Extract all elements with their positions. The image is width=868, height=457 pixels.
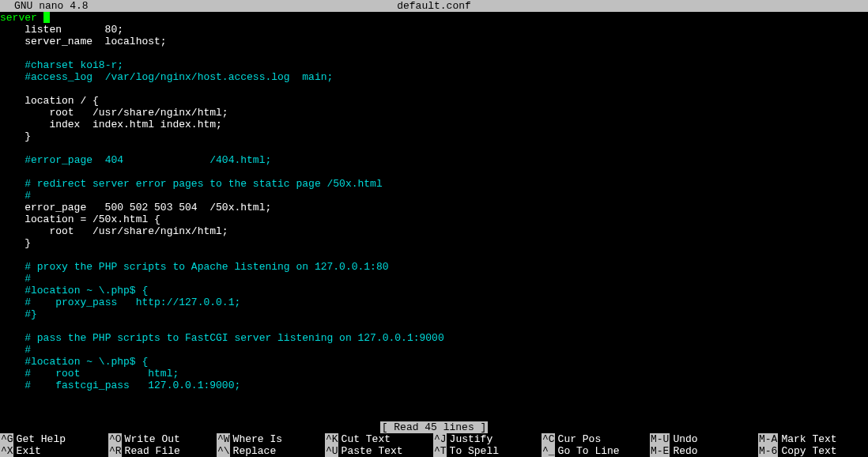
editor-line: location = /50x.html {: [0, 213, 868, 225]
editor-line: server: [0, 12, 868, 24]
cursor: [43, 12, 50, 23]
shortcut-item[interactable]: ^_Go To Line: [542, 445, 650, 457]
shortcut-label: Read File: [125, 445, 180, 457]
editor-line: # proxy_pass http://127.0.0.1;: [0, 296, 868, 308]
file-name: default.conf: [397, 0, 471, 12]
shortcut-key: ^X: [0, 445, 13, 457]
shortcut-key: ^O: [108, 433, 122, 445]
editor-line: server_name localhost;: [0, 36, 868, 47]
shortcut-item[interactable]: ^KCut Text: [325, 433, 433, 445]
editor-line: #location ~ \.php$ {: [0, 356, 868, 368]
shortcut-bar: ^GGet Help^OWrite Out^WWhere Is^KCut Tex…: [0, 433, 868, 457]
editor-line: #location ~ \.php$ {: [0, 285, 868, 296]
shortcut-label: Write Out: [125, 433, 180, 445]
editor-line: #access_log /var/log/nginx/host.access.l…: [0, 71, 868, 83]
editor-line: # redirect server error pages to the sta…: [0, 178, 868, 190]
editor-line: root /usr/share/nginx/html;: [0, 225, 868, 237]
shortcut-item[interactable]: ^CCur Pos: [542, 433, 650, 445]
editor-line: # fastcgi_pass 127.0.0.1:9000;: [0, 380, 868, 391]
status-bar: [ Read 45 lines ]: [0, 421, 868, 433]
shortcut-item[interactable]: ^OWrite Out: [108, 433, 217, 445]
shortcut-label: Mark Text: [781, 433, 836, 445]
editor-line: [0, 166, 868, 178]
shortcut-label: To Spell: [450, 445, 499, 457]
shortcut-label: Go To Line: [558, 445, 620, 457]
shortcut-key: ^T: [433, 445, 447, 457]
shortcut-item[interactable]: ^JJustify: [433, 433, 542, 445]
editor-line: # pass the PHP scripts to FastCGI server…: [0, 332, 868, 344]
editor-line: [0, 83, 868, 95]
shortcut-label: Undo: [673, 433, 697, 445]
shortcut-key: M-6: [758, 445, 778, 457]
editor-line: listen 80;: [0, 24, 868, 36]
shortcut-key: ^J: [433, 433, 447, 445]
shortcut-label: Cur Pos: [558, 433, 602, 445]
editor-line: }: [0, 237, 868, 249]
editor-line: [0, 320, 868, 332]
shortcut-item[interactable]: M-UUndo: [650, 433, 758, 445]
shortcut-key: ^U: [325, 445, 338, 457]
shortcut-item[interactable]: ^GGet Help: [0, 433, 108, 445]
shortcut-item[interactable]: M-AMark Text: [758, 433, 866, 445]
editor-line: }: [0, 130, 868, 142]
shortcut-item[interactable]: M-6Copy Text: [758, 445, 866, 457]
shortcut-label: Replace: [233, 445, 277, 457]
shortcut-key: M-U: [650, 433, 670, 445]
shortcut-key: ^\: [217, 445, 230, 457]
editor-line: # proxy the PHP scripts to Apache listen…: [0, 261, 868, 273]
editor-line: #: [0, 344, 868, 356]
shortcut-label: Copy Text: [781, 445, 836, 457]
shortcut-item[interactable]: ^RRead File: [108, 445, 217, 457]
shortcut-key: ^G: [0, 433, 13, 445]
editor-line: #: [0, 190, 868, 202]
editor-line: # root html;: [0, 368, 868, 380]
editor-line: #}: [0, 308, 868, 320]
shortcut-item[interactable]: ^UPaste Text: [325, 445, 433, 457]
editor-area[interactable]: server listen 80; server_name localhost;…: [0, 12, 868, 391]
editor-line: [0, 47, 868, 59]
status-text: [ Read 45 lines ]: [380, 421, 489, 433]
shortcut-label: Get Help: [17, 433, 66, 445]
editor-line: #: [0, 273, 868, 285]
shortcut-item[interactable]: ^WWhere Is: [217, 433, 325, 445]
shortcut-key: ^W: [217, 433, 230, 445]
editor-line: [0, 249, 868, 261]
shortcut-label: Cut Text: [342, 433, 391, 445]
editor-line: root /usr/share/nginx/html;: [0, 107, 868, 119]
shortcut-key: ^_: [542, 445, 555, 457]
editor-line: #charset koi8-r;: [0, 59, 868, 71]
editor-line: index index.html index.htm;: [0, 119, 868, 130]
shortcut-key: M-A: [758, 433, 778, 445]
app-name: GNU nano 4.8: [14, 0, 89, 12]
shortcut-label: Redo: [673, 445, 697, 457]
shortcut-label: Exit: [17, 445, 41, 457]
editor-line: location / {: [0, 95, 868, 107]
shortcut-label: Paste Text: [342, 445, 403, 457]
shortcut-key: M-E: [650, 445, 670, 457]
shortcut-item[interactable]: ^TTo Spell: [433, 445, 542, 457]
title-bar: GNU nano 4.8 default.conf: [0, 0, 868, 12]
shortcut-label: Justify: [450, 433, 493, 445]
editor-line: #error_page 404 /404.html;: [0, 154, 868, 166]
shortcut-key: ^R: [108, 445, 122, 457]
shortcut-item[interactable]: ^XExit: [0, 445, 108, 457]
shortcut-key: ^C: [542, 433, 555, 445]
shortcut-key: ^K: [325, 433, 338, 445]
shortcut-label: Where Is: [233, 433, 282, 445]
shortcut-item[interactable]: M-ERedo: [650, 445, 758, 457]
editor-line: [0, 142, 868, 154]
editor-line: error_page 500 502 503 504 /50x.html;: [0, 202, 868, 213]
shortcut-item[interactable]: ^\Replace: [217, 445, 325, 457]
